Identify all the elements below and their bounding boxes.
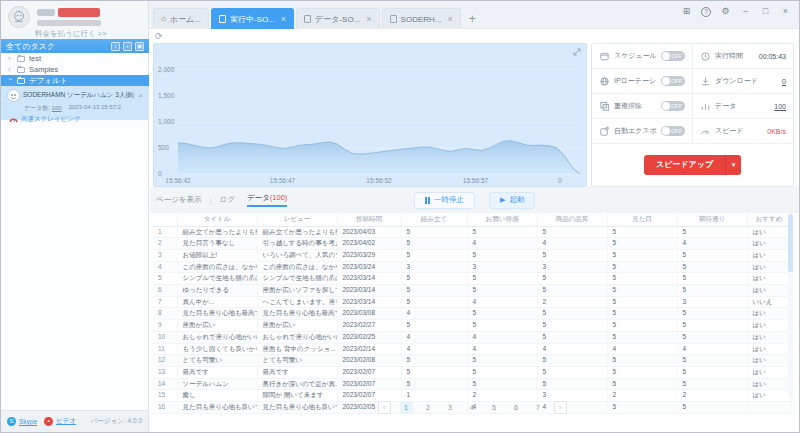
tab-close-icon[interactable]: × bbox=[447, 15, 452, 24]
tab-1[interactable]: 実行中-SO...× bbox=[211, 8, 294, 29]
close-icon[interactable]: × bbox=[780, 6, 791, 17]
table-row[interactable]: 3お値段以上!いろいろ調べて、人気のソ...2023/03/2955555はい bbox=[153, 249, 791, 261]
table-row[interactable]: 5シンプルで生地も猫の爪に...シンプルで生地も猫の爪に...2023/03/1… bbox=[153, 273, 791, 285]
sidebar-folder-デフォルト[interactable]: ›デフォルト bbox=[1, 75, 149, 86]
task-card[interactable]: SODERHAMN ソーデルハムン 3人掛けソ... × データ数: 100 2… bbox=[1, 86, 149, 120]
dedupe-toggle[interactable]: OFF bbox=[661, 101, 685, 111]
table-row[interactable]: 4この座面の広さは、なかな...この座面の広さは、なかな...2023/03/2… bbox=[153, 261, 791, 273]
table-row[interactable]: 7真ん中が...へこんでしまいます。座り...2023/03/1454253いい… bbox=[153, 296, 791, 308]
page-button-4[interactable]: 4 bbox=[466, 401, 479, 414]
x-tick-label: 15:56:47 bbox=[270, 177, 296, 184]
table-row[interactable]: 6ゆったりできる座面が広いソファを探して...2023/03/1455555はい bbox=[153, 285, 791, 297]
table-row[interactable]: 2見た目言う事なし引っ越しする時の事を考え...2023/04/0254454は… bbox=[153, 238, 791, 250]
speed-up-button[interactable]: スピードアップ ▾ bbox=[644, 155, 741, 175]
page-button-3[interactable]: 3 bbox=[444, 401, 457, 414]
table-cell: 5 bbox=[607, 320, 677, 332]
column-header[interactable]: 商品の品質 bbox=[537, 213, 607, 226]
speed-up-dropdown-icon[interactable]: ▾ bbox=[725, 155, 741, 175]
column-header[interactable]: 見た目 bbox=[607, 213, 677, 226]
skype-link[interactable]: Skype bbox=[19, 418, 37, 425]
column-header[interactable]: レビュー bbox=[257, 213, 337, 226]
pause-button[interactable]: 一時停止 bbox=[414, 192, 476, 209]
table-cell: お値段以上! bbox=[177, 249, 257, 261]
table-cell: はい bbox=[747, 273, 791, 285]
page-button-6[interactable]: 6 bbox=[510, 401, 523, 414]
table-cell: 5 bbox=[607, 308, 677, 320]
table-cell: 2023/02/07 bbox=[337, 378, 401, 390]
chevron-right-icon[interactable]: › bbox=[8, 65, 13, 74]
tab-home[interactable]: ⌂ホーム... bbox=[153, 8, 209, 29]
tab-3[interactable]: SODERH...× bbox=[382, 8, 461, 29]
data-count-value[interactable]: 100 bbox=[52, 105, 62, 111]
new-tab-button[interactable]: + bbox=[469, 12, 476, 29]
table-row[interactable]: 10おしゃれで座り心地がいい...おしゃれで座り心地がいい...2023/02/… bbox=[153, 331, 791, 343]
column-header[interactable]: 投稿時間 bbox=[337, 213, 401, 226]
column-header[interactable]: おすすめ bbox=[747, 213, 791, 226]
chevron-right-icon[interactable]: › bbox=[8, 54, 13, 63]
import-task-icon[interactable]: ↓ bbox=[111, 42, 120, 51]
video-link[interactable]: ビデオ bbox=[56, 417, 76, 426]
apps-icon[interactable]: ⊞ bbox=[681, 6, 692, 17]
folder-icon bbox=[17, 78, 25, 84]
tab-2[interactable]: データ-SO...× bbox=[296, 8, 380, 29]
row-number-cell: 15 bbox=[153, 390, 177, 402]
tab-close-icon[interactable]: × bbox=[281, 15, 286, 24]
row-number-cell: 7 bbox=[153, 296, 177, 308]
prev-page-button[interactable]: ‹ bbox=[378, 401, 391, 414]
stat-value[interactable]: 0 bbox=[782, 78, 786, 85]
table-cell: 5 bbox=[537, 378, 607, 390]
page-button-5[interactable]: 5 bbox=[488, 401, 501, 414]
stat-value[interactable]: 100 bbox=[774, 103, 786, 110]
table-cell: はい bbox=[747, 249, 791, 261]
next-page-button[interactable]: › bbox=[554, 401, 567, 414]
ip-rotation-toggle[interactable]: OFF bbox=[661, 76, 685, 86]
start-button[interactable]: ▶ 起動 bbox=[489, 192, 535, 209]
table-row[interactable]: 1組み立てが思ったよりも簡...組み立てが思ったよりも簡...2023/04/0… bbox=[153, 226, 791, 238]
table-row[interactable]: 8見た目も座り心地も最高で...見た目も座り心地も最高で...2023/03/0… bbox=[153, 308, 791, 320]
table-row[interactable]: 11もう少し固くても良いかな座面も 背中のクッショ...2023/02/1444… bbox=[153, 343, 791, 355]
sidebar-folder-Samples[interactable]: ›Samples bbox=[1, 64, 149, 75]
maximize-icon[interactable]: □ bbox=[760, 6, 771, 17]
table-cell: はい bbox=[747, 343, 791, 355]
pagination: ‹1234567› bbox=[153, 401, 791, 414]
column-header[interactable]: タイトル bbox=[177, 213, 257, 226]
page-button-7[interactable]: 7 bbox=[532, 401, 545, 414]
schedule-toggle[interactable]: OFF bbox=[661, 51, 685, 61]
refresh-icon[interactable]: ⟳ bbox=[155, 31, 163, 41]
column-header[interactable]: 組み立て bbox=[401, 213, 467, 226]
table-cell: 2023/02/08 bbox=[337, 355, 401, 367]
task-meta: データ数: 100 2023-04-13 15:57:2 bbox=[1, 102, 149, 113]
table-row[interactable]: 12とても可愛いとても可愛い2023/02/0855555はい bbox=[153, 355, 791, 367]
task-close-icon[interactable]: × bbox=[138, 91, 145, 100]
auto-export-toggle[interactable]: OFF bbox=[661, 126, 685, 136]
document-icon bbox=[390, 15, 397, 23]
user-avatar[interactable] bbox=[8, 6, 30, 28]
table-cell: この座面の広さは、なかな... bbox=[177, 261, 257, 273]
settings-icon[interactable]: ⚙ bbox=[720, 6, 731, 17]
table-row[interactable]: 13最高です最高です2023/02/0755555はい bbox=[153, 366, 791, 378]
all-tasks-label: 全てのタスク bbox=[6, 41, 108, 52]
table-scrollbar[interactable] bbox=[788, 214, 793, 396]
speed-up-label: スピードアップ bbox=[644, 155, 725, 175]
task-view-icon[interactable]: ▣ bbox=[135, 42, 144, 51]
pay-link[interactable]: 料金を払うに行く >> bbox=[35, 29, 107, 39]
column-header[interactable]: お買い得感 bbox=[467, 213, 537, 226]
task-mode-label[interactable]: 高速スクレイピング bbox=[21, 115, 81, 124]
help-icon[interactable]: ? bbox=[701, 7, 711, 17]
table-cell: 2 bbox=[677, 390, 747, 402]
minimize-icon[interactable]: − bbox=[740, 6, 751, 17]
column-header[interactable]: 期待通り bbox=[677, 213, 747, 226]
expand-chart-icon[interactable] bbox=[572, 47, 582, 57]
page-button-1[interactable]: 1 bbox=[400, 401, 413, 414]
redacted-username bbox=[37, 9, 55, 16]
table-cell: 見た目言う事なし bbox=[177, 238, 257, 250]
table-row[interactable]: 9座面が広い座面が広い2023/02/2755555はい bbox=[153, 320, 791, 332]
page-button-2[interactable]: 2 bbox=[422, 401, 435, 414]
new-task-icon[interactable]: + bbox=[123, 42, 132, 51]
table-row[interactable]: 14ソーデルハムン奥行きが深いので足が真...2023/02/0755555はい bbox=[153, 378, 791, 390]
table-cell: いろいろ調べて、人気のソ... bbox=[257, 249, 337, 261]
tab-close-icon[interactable]: × bbox=[366, 15, 371, 24]
table-row[interactable]: 15癒し隙間が 開いて来ます2023/02/0712322はい bbox=[153, 390, 791, 402]
sidebar-folder-test[interactable]: ›test bbox=[1, 53, 149, 64]
chevron-down-icon[interactable]: › bbox=[6, 78, 15, 83]
